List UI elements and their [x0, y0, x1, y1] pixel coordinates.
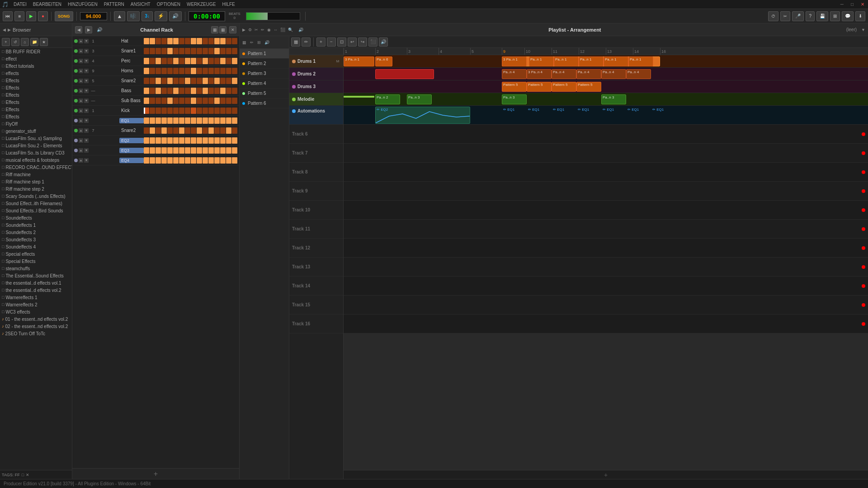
window-maximize[interactable]: □	[849, 2, 855, 7]
list-item[interactable]: the essential..d effects vol.2	[0, 286, 72, 294]
arr-sel-btn[interactable]: ⬛	[368, 38, 377, 47]
arr-add-track-btn[interactable]: +	[604, 471, 608, 479]
track-dot-t13[interactable]	[862, 265, 865, 269]
block-melodie-4[interactable]: Pa..n 3	[601, 94, 626, 104]
tool-btn4[interactable]: ⚡	[155, 11, 167, 21]
chat-btn[interactable]: 💬	[842, 11, 854, 21]
bpm-display[interactable]: 94.000	[80, 12, 107, 20]
pattern-5[interactable]: Pattern 5	[240, 89, 289, 99]
song-mode-btn[interactable]: SONG	[55, 11, 73, 21]
ch-name-snare2b[interactable]: Snare2	[119, 128, 144, 133]
help-btn[interactable]: ?	[806, 11, 815, 21]
ch-down-snare2b[interactable]: ▼	[84, 128, 89, 133]
block-drums1-2[interactable]: Pa..n 6	[375, 56, 392, 66]
list-item[interactable]: Sound Effects..l Bird Sounds	[0, 207, 72, 214]
block-drums2-6[interactable]: Pa..n 4	[601, 69, 626, 79]
ch-led-bass[interactable]	[74, 89, 78, 93]
ch-name-kick[interactable]: Kick	[119, 108, 144, 113]
ch-led-hat[interactable]	[74, 39, 78, 43]
block-melodie-3[interactable]: Pa..n 3	[502, 94, 527, 104]
list-item[interactable]: steamchuffs	[0, 265, 72, 272]
block-drums1-6[interactable]: Pa..n 1	[579, 56, 604, 66]
browser-refresh-btn[interactable]: ↺	[11, 38, 19, 46]
ch-up-eq1[interactable]: ▲	[79, 118, 83, 123]
ch-name-eq2[interactable]: EQ2	[119, 138, 144, 143]
track-dot-t16[interactable]	[862, 322, 865, 326]
menu-ansicht[interactable]: ANSICHT	[129, 2, 152, 7]
list-item[interactable]: RECORD CRAC..OUND EFFECT	[0, 164, 72, 171]
ch-led-eq2[interactable]	[74, 139, 78, 142]
tool-btn1[interactable]: ▲	[114, 11, 126, 21]
track-dot-t7[interactable]	[862, 151, 865, 155]
list-item[interactable]: generator_stuff	[0, 127, 72, 135]
ch-down-horns[interactable]: ▼	[84, 69, 89, 73]
pattern-4[interactable]: Pattern 4	[240, 79, 289, 89]
track-dot-t10[interactable]	[862, 208, 865, 212]
ch-up-hat[interactable]: ▲	[79, 39, 83, 43]
block-drums2-7[interactable]: Pa..n 4	[626, 69, 651, 79]
track-dot-t6[interactable]	[862, 132, 865, 136]
list-item[interactable]: the essential..d effects vol.1	[0, 279, 72, 286]
block-melodie-2[interactable]: Pa..n 3	[407, 94, 432, 104]
block-drums3-2[interactable]: Pattern 5	[527, 82, 552, 92]
ch-led-eq4[interactable]	[74, 159, 78, 162]
ch-name-horns[interactable]: Horns	[119, 68, 144, 73]
arr-nav-icon[interactable]: ↔	[274, 28, 278, 32]
list-item[interactable]: Effects	[0, 113, 72, 120]
block-drums1-5[interactable]: Pa..n 1	[554, 56, 579, 66]
ch-up-snare1[interactable]: ▲	[79, 49, 83, 53]
ch-led-horns[interactable]	[74, 69, 78, 73]
menu-pattern[interactable]: PATTERN	[103, 2, 126, 7]
track-mute-drums1[interactable]: M	[335, 59, 340, 64]
pattern-1[interactable]: Pattern 1	[240, 49, 289, 59]
ch-led-eq3[interactable]	[74, 149, 78, 152]
ch-up-horns[interactable]: ▲	[79, 69, 83, 73]
record-button[interactable]: ●	[38, 11, 48, 21]
browser-star-btn[interactable]: ★	[40, 38, 48, 46]
tags-close-icon[interactable]: ✕	[26, 473, 29, 477]
list-item[interactable]: WC3 effects	[0, 308, 72, 315]
tags-edit-icon[interactable]: □	[22, 473, 24, 477]
pattern-3[interactable]: Pattern 3	[240, 69, 289, 79]
play-button[interactable]: ▶	[26, 11, 36, 21]
rack-nav-left[interactable]: ◀	[75, 26, 82, 33]
pattern-2[interactable]: Pattern 2	[240, 59, 289, 69]
plugin-manager[interactable]: ✂	[780, 11, 790, 21]
audio-settings[interactable]: 🎤	[792, 11, 804, 21]
list-item[interactable]: Effect tutorials	[0, 62, 72, 70]
track-led-auto[interactable]	[292, 109, 296, 113]
ch-name-bass[interactable]: Bass	[119, 88, 144, 93]
arr-zoom-icon[interactable]: 🔍	[288, 28, 293, 32]
block-drums2-3[interactable]: 3 Pa..n 4	[527, 69, 552, 79]
arr-pencil-icon[interactable]: ✏	[261, 28, 264, 32]
arr-eraser-icon[interactable]: ◉	[267, 28, 271, 32]
ch-name-hat[interactable]: Hat	[119, 38, 144, 43]
download-btn[interactable]: ⬇	[855, 11, 865, 21]
list-item[interactable]: Effects	[0, 84, 72, 91]
list-item[interactable]: 01 - the essent..nd effects vol.2	[0, 315, 72, 323]
ch-name-snare1[interactable]: Snare1	[119, 48, 144, 53]
tool-btn5[interactable]: 🔊	[169, 11, 182, 21]
list-item[interactable]: Effects	[0, 106, 72, 113]
arr-redo-btn[interactable]: ↪	[358, 38, 367, 47]
list-item[interactable]: Riff machine step 1	[0, 178, 72, 185]
browser-btn[interactable]: ⊞	[830, 11, 840, 21]
list-item[interactable]: Riff machine step 2	[0, 185, 72, 192]
list-item[interactable]: Soundeffects 1	[0, 221, 72, 229]
ch-up-snare2[interactable]: ▲	[79, 79, 83, 83]
block-drums1-8[interactable]: Pa..n 1	[628, 56, 653, 66]
save-btn[interactable]: 💾	[816, 11, 828, 21]
list-item[interactable]: The Essential..Sound Effects	[0, 272, 72, 279]
ch-led-snare2[interactable]	[74, 79, 78, 83]
track-dot-t11[interactable]	[862, 227, 865, 231]
ch-up-eq4[interactable]: ▲	[79, 158, 83, 163]
ch-down-kick[interactable]: ▼	[84, 108, 89, 113]
list-item[interactable]: Sound Effect..ith Filenames)	[0, 200, 72, 207]
ch-name-subbass[interactable]: Sub Bass	[119, 98, 144, 103]
block-drums3-3[interactable]: Pattern 5	[552, 82, 576, 92]
list-item[interactable]: Effects	[0, 77, 72, 84]
block-drums2-5[interactable]: Pa..n 4	[576, 69, 601, 79]
ch-led-eq1[interactable]	[74, 119, 78, 122]
block-drums1-3[interactable]: 3 Pa..n 1	[502, 56, 527, 66]
ch-down-perc[interactable]: ▼	[84, 59, 89, 63]
